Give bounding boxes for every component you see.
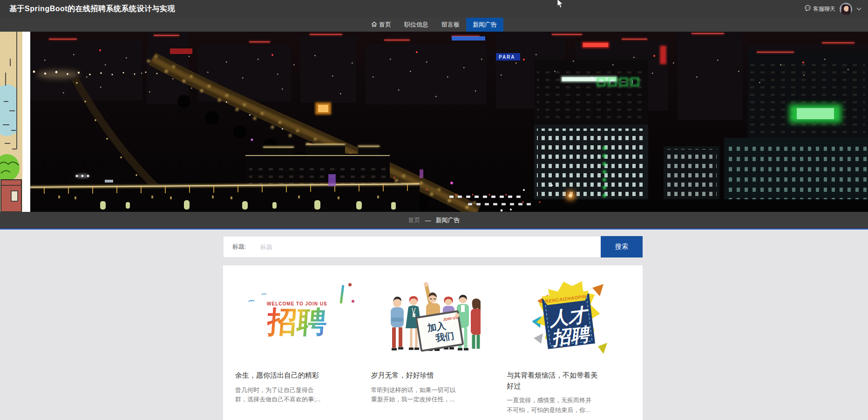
news-excerpt: 一直觉得，感情里，无疾而终并不可怕，可怕的是结束后，你... [507,396,593,415]
chevron-down-icon[interactable] [856,7,861,11]
brush-stroke-decoration [339,285,344,304]
search-title-label: 标题: [232,243,246,251]
nav-label: 留言板 [441,20,460,29]
top-header-bar: 基于SpringBoot的在线招聘系统系统设计与实现 客服聊天 [0,0,868,18]
app-title: 基于SpringBoot的在线招聘系统系统设计与实现 [9,4,175,14]
main-nav: 首页 职位信息 留言板 新闻广告 [0,18,868,32]
news-title: 余生，愿你活出自己的精彩 [235,370,328,381]
news-image-rencai-zhaopin: RENCAIZHAOPIN 人才 招聘 [507,277,631,363]
nav-label: 首页 [379,20,391,29]
home-icon [371,21,377,28]
news-image-join-us: 加入 我们 JOIN US [371,277,495,363]
search-bar: 标题: [223,236,601,257]
service-chat-link[interactable]: 客服聊天 [804,5,835,13]
image-main-text: 招聘 [266,306,328,338]
chat-bubble-icon [804,5,811,13]
news-card[interactable]: WELCOME TO JOIN US 招聘 余生，愿你活出自己的精彩 曾几何时，… [235,277,359,420]
news-excerpt: 曾几何时，为了让自己显得合群，选择去做自己不喜欢的事;... [235,386,321,405]
image-main-line2: 招聘 [550,324,592,349]
breadcrumb-separator: — [425,217,431,224]
breadcrumb-home[interactable]: 首页 [408,216,420,224]
nav-label: 新闻广告 [473,20,497,29]
search-input[interactable] [259,243,601,251]
nav-item-home[interactable]: 首页 [365,18,398,32]
search-row: 标题: 搜索 [223,236,643,257]
header-right-cluster: 客服聊天 [804,3,861,15]
breadcrumb: 首页 — 新闻广告 [0,212,868,230]
nav-item-messageboard[interactable]: 留言板 [435,18,466,32]
user-avatar[interactable] [840,3,852,15]
news-image-zhaopin: WELCOME TO JOIN US 招聘 [235,277,359,363]
news-card[interactable]: 加入 我们 JOIN US 岁月无常，好好珍惜 常听到这样的话，如果一切可以重新… [371,277,495,420]
news-excerpt: 常听到这样的话，如果一切可以重新开始，我一定改掉任性，... [371,386,457,405]
news-card[interactable]: RENCAIZHAOPIN 人才 招聘 与其背着烦恼活，不如带着美好过 一直觉得… [507,277,631,420]
breadcrumb-current: 新闻广告 [436,216,460,224]
confetti-dot [348,283,352,286]
news-title: 与其背着烦恼活，不如带着美好过 [507,370,600,391]
hero-image-city-night: PARA [30,32,868,212]
news-title: 岁月无常，好好珍惜 [371,370,464,381]
confetti-dot [352,300,354,303]
page: 基于SpringBoot的在线招聘系统系统设计与实现 客服聊天 [0,0,868,420]
search-button[interactable]: 搜索 [601,236,643,257]
carousel-prev-slide-edge[interactable] [0,32,22,212]
news-cards-panel: WELCOME TO JOIN US 招聘 余生，愿你活出自己的精彩 曾几何时，… [223,265,643,420]
service-chat-label: 客服聊天 [813,5,835,13]
hero-carousel: PARA [0,32,868,212]
nav-item-news[interactable]: 新闻广告 [466,18,503,32]
nav-label: 职位信息 [404,20,428,29]
svg-text:PARA: PARA [499,54,515,60]
nav-item-jobs[interactable]: 职位信息 [398,18,435,32]
